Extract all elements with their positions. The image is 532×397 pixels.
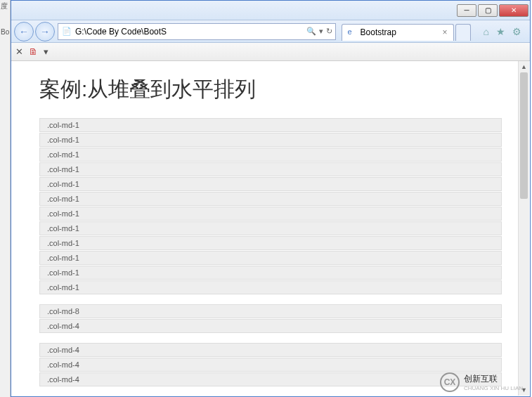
pdf-convert-icon[interactable]: 🗎: [29, 46, 38, 57]
grid-cell: .col-md-1: [39, 177, 502, 191]
grid-example-container: .col-md-1.col-md-1.col-md-1.col-md-1.col…: [39, 118, 502, 396]
left-strip-text-2: Bo: [0, 27, 10, 37]
grid-cell: .col-md-1: [39, 207, 502, 221]
grid-cell: .col-md-4: [39, 343, 502, 357]
toolbar-close-icon[interactable]: ✕: [15, 46, 23, 57]
grid-cell: .col-md-1: [39, 148, 502, 162]
grid-row-group: .col-md-4.col-md-4.col-md-4: [39, 343, 502, 386]
grid-cell: .col-md-1: [39, 221, 502, 235]
window-titlebar: ─ ▢ ✕: [11, 1, 530, 20]
home-icon[interactable]: ⌂: [484, 26, 489, 37]
page-content: 案例:从堆叠到水平排列 .col-md-1.col-md-1.col-md-1.…: [11, 61, 530, 396]
back-button[interactable]: ←: [14, 22, 34, 41]
toolbar-dropdown-icon[interactable]: ▾: [44, 46, 48, 57]
browser-window: ─ ▢ ✕ ← → 📄 G:\Code By Code\BootS 🔍 ▾ ↻ …: [11, 0, 531, 397]
grid-cell: .col-md-1: [39, 266, 502, 280]
new-tab-button[interactable]: [455, 24, 471, 41]
left-app-strip: 度 Bo: [0, 0, 11, 397]
watermark-text: 创新互联: [464, 374, 498, 384]
grid-cell: .col-md-4: [39, 319, 502, 333]
grid-cell: .col-md-1: [39, 251, 502, 265]
grid-row-group: .col-md-1.col-md-1.col-md-1.col-md-1.col…: [39, 118, 502, 294]
favorites-icon[interactable]: ★: [496, 26, 505, 37]
left-strip-text-1: 度: [0, 0, 10, 13]
close-button[interactable]: ✕: [499, 4, 528, 17]
ie-icon: e: [348, 27, 358, 37]
grid-cell: .col-md-1: [39, 162, 502, 176]
arrow-right-icon: →: [40, 26, 50, 37]
browser-tab[interactable]: e Bootstrap ×: [342, 24, 454, 41]
tab-area: e Bootstrap ×: [342, 22, 482, 41]
vertical-scrollbar[interactable]: ▲ ▼: [518, 61, 529, 396]
maximize-button[interactable]: ▢: [478, 4, 498, 17]
dropdown-icon[interactable]: ▾: [319, 27, 323, 36]
scroll-thumb[interactable]: [520, 72, 528, 199]
scroll-up-icon[interactable]: ▲: [519, 61, 529, 72]
refresh-icon[interactable]: ↻: [326, 27, 332, 36]
titlebar-icons: ⌂ ★ ⚙: [484, 26, 527, 37]
grid-cell: .col-md-1: [39, 192, 502, 206]
page-title: 案例:从堆叠到水平排列: [39, 75, 502, 104]
address-text: G:\Code By Code\BootS: [75, 27, 306, 37]
tools-icon[interactable]: ⚙: [512, 26, 521, 37]
file-icon: 📄: [61, 26, 72, 37]
watermark-logo: CX: [440, 372, 460, 392]
forward-button[interactable]: →: [35, 22, 55, 41]
search-icon[interactable]: 🔍: [306, 27, 316, 36]
grid-row-group: .col-md-8.col-md-4: [39, 304, 502, 333]
arrow-left-icon: ←: [19, 26, 29, 37]
navigation-bar: ← → 📄 G:\Code By Code\BootS 🔍 ▾ ↻ e Boot…: [11, 20, 530, 43]
tab-close-icon[interactable]: ×: [443, 27, 448, 37]
grid-cell: .col-md-4: [39, 358, 502, 372]
minimize-button[interactable]: ─: [457, 4, 476, 17]
grid-cell: .col-md-1: [39, 118, 502, 132]
grid-cell: .col-md-8: [39, 304, 502, 318]
grid-cell: .col-md-1: [39, 133, 502, 147]
grid-cell: .col-md-1: [39, 280, 502, 294]
grid-cell: .col-md-1: [39, 236, 502, 250]
grid-cell: .col-md-4: [39, 372, 502, 386]
watermark: CX 创新互联 CHUANG XIN HU LIAN: [440, 372, 523, 392]
tab-title: Bootstrap: [361, 27, 396, 37]
address-bar[interactable]: 📄 G:\Code By Code\BootS 🔍 ▾ ↻: [58, 23, 336, 40]
watermark-subtext: CHUANG XIN HU LIAN: [464, 385, 523, 391]
address-controls: 🔍 ▾ ↻: [306, 27, 332, 36]
toolbar: ✕ 🗎 ▾: [11, 43, 530, 61]
watermark-text-block: 创新互联 CHUANG XIN HU LIAN: [464, 373, 523, 391]
